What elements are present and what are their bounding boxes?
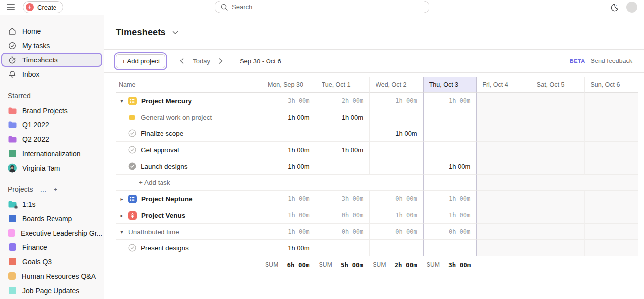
sidebar-item-virginia-tam[interactable]: Virginia Tam: [0, 161, 104, 175]
sidebar-item-my-tasks[interactable]: My tasks: [1, 38, 102, 53]
time-cell-project-mercury-1[interactable]: 2h 00m: [316, 93, 370, 109]
time-cell-project-neptune-0[interactable]: 1h 00m: [262, 191, 316, 207]
check-outline-icon[interactable]: [128, 146, 136, 154]
time-cell-project-neptune-5[interactable]: [531, 191, 585, 207]
time-cell-add-task-0[interactable]: [262, 175, 316, 191]
time-cell-project-venus-6[interactable]: [584, 207, 638, 224]
time-cell-add-task-1[interactable]: [316, 175, 370, 191]
sidebar-item-finance[interactable]: Finance: [0, 240, 104, 254]
time-cell-general-work-on-project-0[interactable]: 1h 00m: [262, 109, 316, 125]
time-cell-launch-designs-0[interactable]: 1h 00m: [262, 158, 316, 175]
caret-right-icon[interactable]: ▸: [118, 213, 126, 218]
time-cell-unattributed-time-6[interactable]: [584, 224, 638, 240]
section-more-icon[interactable]: …: [40, 186, 47, 193]
do-not-disturb-moon-icon[interactable]: z: [610, 3, 619, 12]
time-cell-general-work-on-project-6[interactable]: [584, 109, 638, 125]
check-outline-icon[interactable]: [128, 244, 136, 252]
sidebar-item-timesheets[interactable]: Timesheets: [1, 53, 102, 67]
check-outline-icon[interactable]: [128, 129, 136, 137]
time-cell-finalize-scope-1[interactable]: [316, 125, 370, 142]
sidebar-item-home[interactable]: Home: [1, 24, 102, 38]
section-add-icon[interactable]: +: [54, 186, 58, 193]
time-cell-get-approval-6[interactable]: [584, 142, 638, 158]
time-cell-add-task-5[interactable]: [531, 175, 585, 191]
time-cell-launch-designs-6[interactable]: [584, 158, 638, 175]
time-cell-present-designs-1[interactable]: [316, 240, 370, 256]
time-cell-project-mercury-3[interactable]: 1h 00m: [423, 93, 477, 109]
time-cell-launch-designs-4[interactable]: [477, 158, 531, 175]
time-cell-launch-designs-2[interactable]: [369, 158, 423, 175]
sidebar-item-inbox[interactable]: Inbox: [1, 67, 102, 81]
time-cell-project-neptune-6[interactable]: [584, 191, 638, 207]
time-cell-add-task-6[interactable]: [584, 175, 638, 191]
time-cell-project-mercury-5[interactable]: [531, 93, 585, 109]
time-cell-present-designs-3[interactable]: [423, 240, 477, 256]
time-cell-present-designs-0[interactable]: 1h 00m: [262, 240, 316, 256]
time-cell-add-task-3[interactable]: [423, 175, 477, 191]
sidebar-item-executive-leadership-gr[interactable]: Executive Leadership Gr...: [0, 226, 104, 240]
time-cell-project-mercury-6[interactable]: [584, 93, 638, 109]
time-cell-add-task-2[interactable]: [369, 175, 423, 191]
time-cell-unattributed-time-2[interactable]: 0h 00m: [369, 224, 423, 240]
create-button[interactable]: + Create: [23, 1, 63, 13]
time-cell-finalize-scope-0[interactable]: [262, 125, 316, 142]
time-cell-launch-designs-3[interactable]: 1h 00m: [423, 158, 477, 175]
time-cell-finalize-scope-5[interactable]: [531, 125, 585, 142]
search-input[interactable]: Search: [215, 1, 429, 13]
caret-right-icon[interactable]: ▸: [118, 196, 126, 202]
time-cell-finalize-scope-3[interactable]: [423, 125, 477, 142]
time-cell-general-work-on-project-2[interactable]: [369, 109, 423, 125]
time-cell-project-venus-5[interactable]: [531, 207, 585, 224]
time-cell-general-work-on-project-1[interactable]: 1h 00m: [316, 109, 370, 125]
time-cell-get-approval-3[interactable]: [423, 142, 477, 158]
time-cell-project-venus-0[interactable]: 1h 00m: [262, 207, 316, 224]
time-cell-project-neptune-1[interactable]: 3h 00m: [316, 191, 370, 207]
previous-week-chevron-icon[interactable]: [180, 58, 184, 64]
time-cell-present-designs-5[interactable]: [531, 240, 585, 256]
time-cell-get-approval-1[interactable]: 1h 00m: [316, 142, 370, 158]
sidebar-item-brand-projects[interactable]: Brand Projects: [0, 103, 104, 118]
time-cell-general-work-on-project-3[interactable]: [423, 109, 477, 125]
sidebar-item-boards-revamp[interactable]: Boards Revamp: [0, 211, 104, 226]
time-cell-get-approval-4[interactable]: [477, 142, 531, 158]
time-cell-project-neptune-2[interactable]: 0h 00m: [369, 191, 423, 207]
time-cell-finalize-scope-6[interactable]: [584, 125, 638, 142]
caret-down-icon[interactable]: ▾: [118, 98, 126, 104]
time-cell-present-designs-2[interactable]: [369, 240, 423, 256]
sidebar-item-job-page-updates[interactable]: Job Page Updates: [0, 283, 104, 298]
time-cell-project-venus-2[interactable]: 1h 00m: [369, 207, 423, 224]
time-cell-launch-designs-1[interactable]: [316, 158, 370, 175]
time-cell-get-approval-5[interactable]: [531, 142, 585, 158]
time-cell-general-work-on-project-4[interactable]: [477, 109, 531, 125]
add-project-button[interactable]: + Add project: [116, 54, 165, 68]
time-cell-project-mercury-2[interactable]: 1h 00m: [369, 93, 423, 109]
time-cell-present-designs-6[interactable]: [584, 240, 638, 256]
today-button[interactable]: Today: [193, 58, 210, 65]
hamburger-menu-icon[interactable]: [7, 4, 15, 10]
user-avatar[interactable]: [626, 2, 637, 13]
sidebar-item-q2-2022[interactable]: Q2 2022: [0, 132, 104, 146]
caret-down-icon[interactable]: ▾: [118, 229, 126, 235]
time-cell-present-designs-4[interactable]: [477, 240, 531, 256]
time-cell-project-venus-1[interactable]: 0h 00m: [316, 207, 370, 224]
time-cell-project-mercury-0[interactable]: 3h 00m: [262, 93, 316, 109]
time-cell-project-venus-4[interactable]: [477, 207, 531, 224]
time-cell-unattributed-time-3[interactable]: 0h 00m: [423, 224, 477, 240]
time-cell-unattributed-time-1[interactable]: 0h 00m: [316, 224, 370, 240]
sidebar-item-human-resources-q-a[interactable]: Human Resources Q&A: [0, 269, 104, 283]
time-cell-general-work-on-project-5[interactable]: [531, 109, 585, 125]
sidebar-item-1-1s[interactable]: 1:1s: [0, 197, 104, 211]
sidebar-item-q1-2022[interactable]: Q1 2022: [0, 118, 104, 132]
time-cell-finalize-scope-2[interactable]: 1h 00m: [369, 125, 423, 142]
time-cell-project-mercury-4[interactable]: [477, 93, 531, 109]
time-cell-get-approval-0[interactable]: 1h 00m: [262, 142, 316, 158]
time-cell-unattributed-time-5[interactable]: [531, 224, 585, 240]
time-cell-launch-designs-5[interactable]: [531, 158, 585, 175]
time-cell-unattributed-time-0[interactable]: 1h 00m: [262, 224, 316, 240]
time-cell-finalize-scope-4[interactable]: [477, 125, 531, 142]
time-cell-add-task-4[interactable]: [477, 175, 531, 191]
time-cell-unattributed-time-4[interactable]: [477, 224, 531, 240]
sidebar-item-internationalization[interactable]: Internationalization: [0, 146, 104, 161]
time-cell-project-neptune-3[interactable]: 1h 00m: [423, 191, 477, 207]
title-chevron-down-icon[interactable]: [172, 31, 178, 35]
